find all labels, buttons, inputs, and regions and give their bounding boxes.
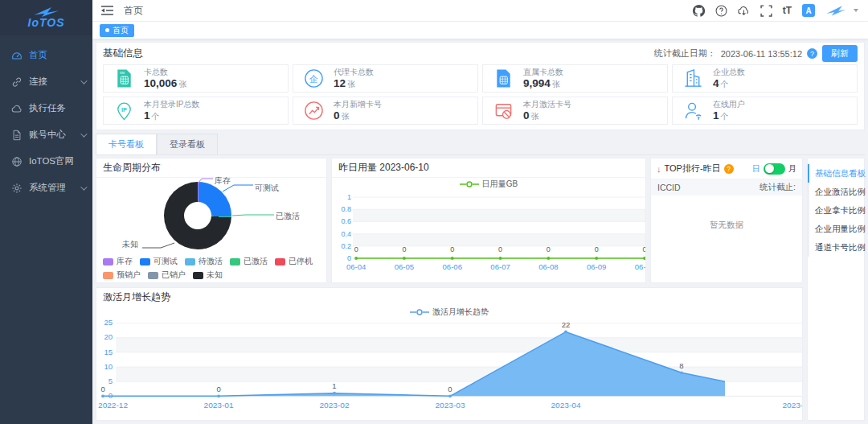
svg-text:06-07: 06-07 (490, 262, 510, 271)
pie-callout-label: 已激活 (276, 211, 300, 222)
caret-down-icon[interactable] (854, 9, 858, 12)
svg-text:0: 0 (450, 245, 454, 253)
cloud-download-icon[interactable] (738, 5, 750, 17)
svg-text:8: 8 (679, 362, 683, 370)
stat-value: 9,994张 (523, 77, 563, 90)
refresh-button[interactable]: 刷新 (822, 45, 858, 62)
legend-label: 可测试 (154, 256, 178, 267)
sidebar-item[interactable]: 账号中心 (0, 121, 92, 148)
translate-icon[interactable]: A (802, 4, 815, 17)
navbar-icons: tT A (693, 4, 858, 17)
sidebar-item-label: 执行任务 (29, 102, 66, 114)
logo[interactable]: IoTOS (0, 0, 92, 35)
sort-desc-icon: ↓ (657, 164, 661, 174)
legend-item[interactable]: 预销户 (103, 270, 141, 281)
help-icon[interactable] (715, 5, 727, 17)
svg-text:06-08: 06-08 (538, 262, 558, 271)
stat-unit: 张 (347, 80, 355, 89)
sidebar-menu: 首页 连接 执行任务 账号中心 IoTOS官网 系统管理 (0, 42, 92, 201)
direct-card-icon (493, 68, 514, 89)
toggle-day-label[interactable]: 日 (752, 163, 760, 175)
pie-callout-label: 未知 (122, 239, 138, 250)
svg-text:06-04: 06-04 (346, 262, 366, 271)
svg-text:0.4: 0.4 (342, 230, 352, 238)
link-icon (11, 76, 23, 88)
anchor-item[interactable]: 企业用量比例 (808, 220, 864, 238)
sidebar-item[interactable]: 连接 (0, 68, 92, 95)
stat-value: 0张 (334, 109, 382, 122)
top-rank-title: TOP排行-昨日 (665, 163, 721, 175)
github-icon[interactable] (693, 5, 705, 17)
stat-date-help-icon[interactable]: ? (807, 48, 817, 59)
legend-label: 已停机 (289, 256, 313, 267)
anchor-menu: 基础信息看板企业激活比例企业拿卡比例企业用量比例通道卡号比例 (807, 158, 865, 421)
collapse-sidebar-icon[interactable] (100, 5, 114, 16)
legend-swatch (230, 258, 240, 266)
lower-area: 生命周期分布 库存 可测试 已激活 (96, 158, 865, 421)
legend-label: 已销户 (162, 270, 186, 281)
svg-text:25: 25 (104, 319, 113, 327)
col-iccid: ICCID (657, 183, 681, 192)
sidebar-item[interactable]: IoTOS官网 (0, 148, 92, 175)
tab-active[interactable]: 卡号看板 (96, 134, 157, 154)
legend-item[interactable]: 已停机 (275, 256, 313, 267)
growth-legend-label: 激活月增长趋势 (432, 307, 489, 318)
anchor-item[interactable]: 基础信息看板 (808, 164, 864, 183)
growth-card-title: 激活月增长趋势 (96, 288, 802, 306)
chevron-down-icon (80, 183, 87, 190)
lifecycle-card-title: 生命周期分布 (96, 158, 326, 178)
breadcrumb[interactable]: 首页 (124, 4, 143, 18)
svg-text:0: 0 (547, 245, 551, 253)
empty-data-text: 暂无数据 (651, 220, 802, 231)
svg-text:0: 0 (216, 385, 220, 393)
chevron-down-icon (80, 130, 87, 137)
svg-text:15: 15 (104, 348, 113, 356)
font-size-icon[interactable]: tT (783, 6, 792, 15)
legend-item[interactable]: 库存 (103, 256, 133, 267)
anchor-item[interactable]: 企业拿卡比例 (808, 201, 864, 220)
avatar[interactable] (825, 4, 846, 17)
anchor-item[interactable]: 通道卡号比例 (808, 238, 864, 257)
stat-card: IP 本月登录IP总数 1个 (103, 97, 289, 125)
sidebar-item-label: 账号中心 (29, 129, 66, 141)
top-rank-help-icon[interactable]: ? (724, 164, 734, 174)
legend-swatch (185, 258, 195, 266)
stat-value: 1个 (713, 109, 745, 122)
usage-card-title: 昨日用量 2023-06-10 (332, 158, 645, 178)
sidebar-item-label: IoTOS官网 (29, 155, 74, 167)
sidebar-item[interactable]: 首页 (0, 42, 92, 68)
top-navbar: 首页 tT A (92, 0, 868, 22)
stat-card: 直属卡总数 9,994张 (482, 64, 668, 93)
stat-title: 在线用户 (713, 99, 745, 109)
svg-text:20: 20 (104, 334, 113, 342)
day-month-switch[interactable] (764, 163, 785, 175)
sidebar-item[interactable]: 执行任务 (0, 95, 92, 121)
stat-value: 1个 (144, 109, 199, 122)
fullscreen-icon[interactable] (760, 5, 772, 17)
stat-card: 企业总数 4个 (672, 64, 858, 93)
sidebar-item[interactable]: 系统管理 (0, 175, 92, 201)
tab-inactive[interactable]: 登录看板 (157, 134, 218, 154)
svg-text:2022-12: 2022-12 (98, 401, 128, 410)
legend-swatch (148, 272, 158, 279)
stat-value: 4个 (713, 77, 745, 90)
stat-unit: 张 (531, 112, 539, 121)
svg-text:2023-06: 2023-06 (782, 401, 802, 410)
legend-item[interactable]: 可测试 (140, 256, 178, 267)
page-tag[interactable]: 首页 (100, 24, 134, 37)
tag-label: 首页 (113, 25, 129, 36)
growth-legend[interactable]: 激活月增长趋势 (96, 306, 802, 319)
legend-item[interactable]: 已激活 (230, 256, 268, 267)
stat-unit: 张 (178, 80, 186, 89)
legend-swatch (103, 258, 113, 266)
toggle-month-label[interactable]: 月 (788, 163, 796, 175)
stat-card: 企 代理卡总数 12张 (293, 64, 478, 93)
legend-item[interactable]: 未知 (193, 270, 223, 281)
anchor-item[interactable]: 企业激活比例 (808, 183, 864, 201)
svg-text:1: 1 (332, 383, 336, 391)
usage-legend[interactable]: 日用量GB (332, 178, 645, 191)
svg-text:0: 0 (347, 254, 351, 262)
svg-text:2023-04: 2023-04 (551, 401, 581, 410)
legend-item[interactable]: 待激活 (185, 256, 223, 267)
legend-item[interactable]: 已销户 (148, 270, 186, 281)
